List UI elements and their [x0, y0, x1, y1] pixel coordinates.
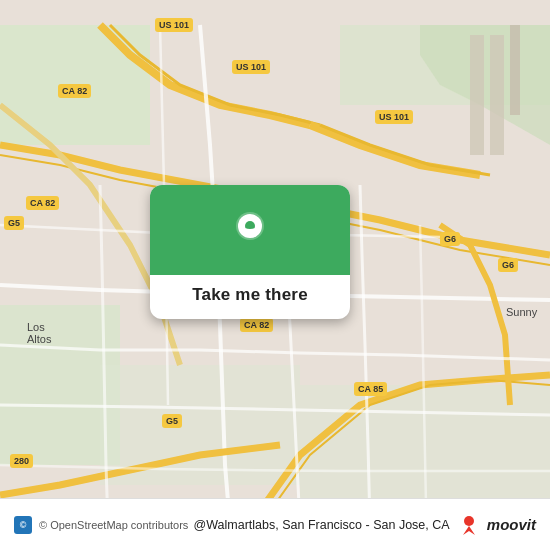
moovit-logo: moovit	[455, 511, 536, 539]
osm-logo: ©	[14, 516, 32, 534]
svg-point-13	[464, 516, 474, 526]
svg-rect-7	[470, 35, 484, 155]
osm-attribution: © © OpenStreetMap contributors	[14, 516, 188, 534]
osm-credit-text: © OpenStreetMap contributors	[39, 519, 188, 531]
svg-rect-8	[490, 35, 504, 155]
location-info-text: @Walmartlabs, San Francisco - San Jose, …	[194, 518, 450, 532]
moovit-icon	[455, 511, 483, 539]
map-container: US 101 US 101 US 101 CA 82 CA 82 CA 82 G…	[0, 0, 550, 550]
take-me-there-label: Take me there	[192, 285, 308, 305]
pin-circle-bg	[150, 185, 350, 275]
moovit-text: moovit	[487, 516, 536, 533]
bottom-bar: © © OpenStreetMap contributors @Walmartl…	[0, 498, 550, 550]
location-pin-icon	[228, 208, 272, 252]
svg-rect-9	[510, 25, 520, 115]
take-me-there-button[interactable]: Take me there	[150, 185, 350, 319]
